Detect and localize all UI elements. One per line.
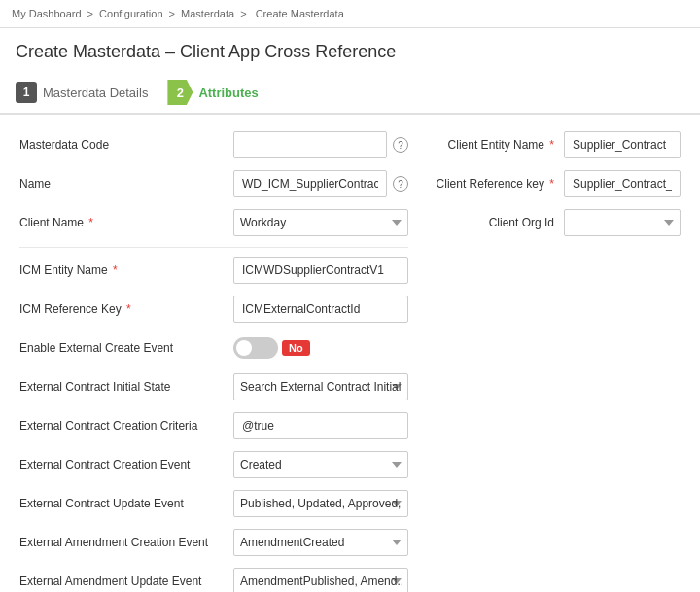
client-entity-name-input[interactable] xyxy=(564,131,681,158)
tab-attributes[interactable]: 2 Attributes xyxy=(167,72,271,113)
tab-masterdata-details[interactable]: 1 Masterdata Details xyxy=(16,74,161,111)
icm-reference-key-row: ICM Reference Key * xyxy=(19,295,408,324)
external-amendment-creation-label: External Amendment Creation Event xyxy=(19,536,233,549)
dual-col-layout: Masterdata Code ? Name ? Client Name * xyxy=(19,130,681,592)
icm-entity-name-field xyxy=(233,257,408,284)
external-amendment-update-label: External Amendment Update Event xyxy=(19,575,233,588)
external-amendment-creation-field: AmendmentCreated xyxy=(233,529,408,556)
client-reference-key-input[interactable] xyxy=(564,170,681,197)
breadcrumb-masterdata[interactable]: Masterdata xyxy=(181,8,234,19)
external-initial-state-row: External Contract Initial State Search E… xyxy=(19,372,408,401)
name-input[interactable] xyxy=(233,170,387,197)
breadcrumb-sep-1: > xyxy=(88,8,96,19)
external-creation-criteria-input[interactable] xyxy=(233,412,408,439)
icm-entity-name-input[interactable] xyxy=(233,257,408,284)
client-org-id-label: Client Org Id xyxy=(428,216,564,229)
external-amendment-update-select[interactable]: AmendmentPublished, Amend... xyxy=(233,568,408,592)
external-creation-criteria-row: External Contract Creation Criteria xyxy=(19,411,408,440)
enable-external-row: Enable External Create Event No xyxy=(19,333,408,363)
external-amendment-update-field: AmendmentPublished, Amend... xyxy=(233,568,408,592)
breadcrumb-my-dashboard[interactable]: My Dashboard xyxy=(12,8,82,19)
client-name-required: * xyxy=(86,216,93,229)
left-col: Masterdata Code ? Name ? Client Name * xyxy=(19,130,408,592)
client-name-select[interactable]: Workday xyxy=(233,209,408,236)
client-entity-name-field xyxy=(564,131,681,158)
masterdata-code-row: Masterdata Code ? xyxy=(19,130,408,159)
tab1-badge: 1 xyxy=(16,82,37,103)
external-creation-event-label: External Contract Creation Event xyxy=(19,458,233,471)
breadcrumb-create-masterdata: Create Masterdata xyxy=(256,8,344,19)
client-org-id-select[interactable] xyxy=(564,209,681,236)
external-creation-event-select[interactable]: Created xyxy=(233,451,408,478)
tab2-label: Attributes xyxy=(198,86,258,100)
external-amendment-update-row: External Amendment Update Event Amendmen… xyxy=(19,567,408,592)
icm-reference-key-input[interactable] xyxy=(233,296,408,323)
external-initial-state-select[interactable]: Search External Contract Initial S... xyxy=(233,373,408,400)
external-initial-state-label: External Contract Initial State xyxy=(19,380,233,394)
name-label: Name xyxy=(19,177,233,191)
external-update-event-label: External Contract Update Event xyxy=(19,497,233,510)
toggle-knob xyxy=(236,340,252,356)
external-creation-event-field: Created xyxy=(233,451,408,478)
external-creation-criteria-field xyxy=(233,412,408,439)
breadcrumb-sep-2: > xyxy=(169,8,178,19)
icm-entity-name-row: ICM Entity Name * xyxy=(19,256,408,285)
right-col: Client Entity Name * Client Reference ke… xyxy=(408,130,681,592)
icm-reference-key-field xyxy=(233,296,408,323)
name-help-icon[interactable]: ? xyxy=(393,176,408,192)
form-container: Masterdata Code ? Name ? Client Name * xyxy=(0,115,700,592)
enable-external-toggle[interactable]: No xyxy=(233,336,310,360)
masterdata-code-label: Masterdata Code xyxy=(19,138,233,152)
tab2-badge: 2 xyxy=(167,80,192,105)
client-name-row: Client Name * Workday xyxy=(19,208,408,237)
toggle-track[interactable] xyxy=(233,337,278,359)
masterdata-code-input[interactable] xyxy=(233,131,387,158)
breadcrumb-configuration[interactable]: Configuration xyxy=(99,8,162,19)
client-org-id-row: Client Org Id xyxy=(428,208,681,237)
icm-entity-name-label: ICM Entity Name * xyxy=(19,263,233,277)
page-title: Create Masterdata – Client App Cross Ref… xyxy=(0,28,700,72)
client-reference-key-label: Client Reference key * xyxy=(428,177,564,191)
client-entity-name-row: Client Entity Name * xyxy=(428,130,681,159)
external-initial-state-field: Search External Contract Initial S... xyxy=(233,373,408,400)
external-amendment-creation-select[interactable]: AmendmentCreated xyxy=(233,529,408,556)
client-reference-key-field xyxy=(564,170,681,197)
icm-reference-key-label: ICM Reference Key * xyxy=(19,302,233,316)
breadcrumb: My Dashboard > Configuration > Masterdat… xyxy=(0,0,700,28)
client-name-field: Workday xyxy=(233,209,408,236)
masterdata-code-field xyxy=(233,131,387,158)
masterdata-code-help-icon[interactable]: ? xyxy=(393,137,408,153)
toggle-no-label: No xyxy=(282,340,310,356)
tab1-label: Masterdata Details xyxy=(43,86,148,100)
external-update-event-row: External Contract Update Event Published… xyxy=(19,489,408,518)
client-reference-key-row: Client Reference key * xyxy=(428,169,681,198)
name-field xyxy=(233,170,387,197)
external-creation-event-row: External Contract Creation Event Created xyxy=(19,450,408,479)
external-update-event-select[interactable]: Published, Updated, Approved, ... xyxy=(233,490,408,517)
breadcrumb-sep-3: > xyxy=(240,8,249,19)
enable-external-label: Enable External Create Event xyxy=(19,341,233,355)
external-amendment-creation-row: External Amendment Creation Event Amendm… xyxy=(19,528,408,557)
tabs-container: 1 Masterdata Details 2 Attributes xyxy=(0,72,700,115)
client-org-id-field xyxy=(564,209,681,236)
name-row: Name ? xyxy=(19,169,408,198)
external-creation-criteria-label: External Contract Creation Criteria xyxy=(19,419,233,433)
client-entity-name-label: Client Entity Name * xyxy=(428,138,564,152)
external-update-event-field: Published, Updated, Approved, ... xyxy=(233,490,408,517)
client-name-label: Client Name * xyxy=(19,216,233,229)
